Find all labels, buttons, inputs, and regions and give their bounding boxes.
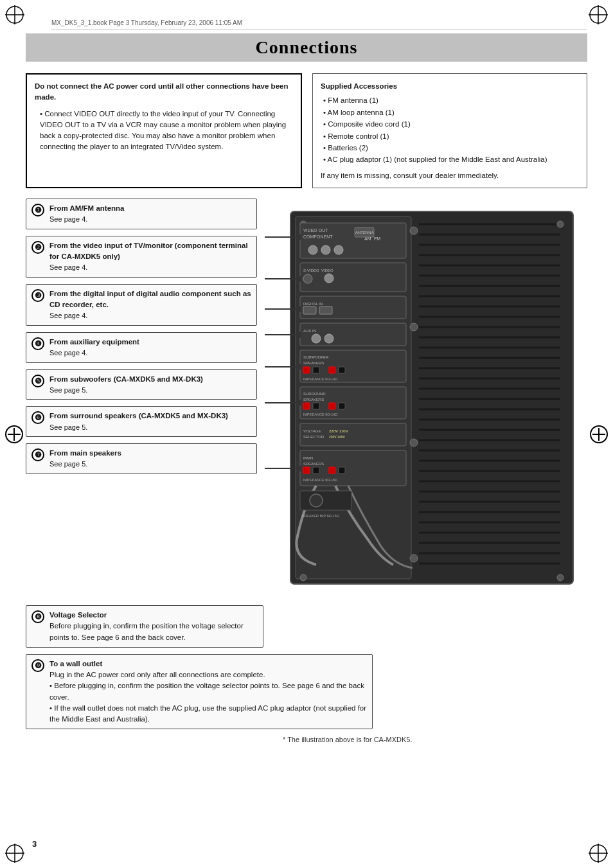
warning-bullet: • Connect VIDEO OUT directly to the vide… [40, 109, 293, 153]
svg-text:MAIN: MAIN [303, 456, 313, 460]
svg-rect-69 [303, 306, 316, 314]
svg-rect-88 [329, 403, 335, 409]
svg-point-122 [410, 323, 418, 331]
svg-point-74 [324, 334, 333, 343]
corner-mark-tr [589, 5, 608, 24]
connection-number-8: ❽ [31, 610, 44, 623]
bottom-items-section: ❽ Voltage Selector Before plugging in, c… [26, 605, 587, 729]
connection-text-3: From the digital input of digital audio … [49, 288, 251, 321]
connection-number-5: ❺ [31, 375, 44, 387]
connection-item-2: ❷ From the video input of TV/monitor (co… [26, 236, 257, 278]
svg-rect-80 [329, 367, 335, 373]
svg-text:VIDEO: VIDEO [321, 269, 333, 272]
svg-rect-87 [313, 403, 319, 409]
connection-text-9: To a wall outlet Plug in the AC power co… [49, 659, 367, 725]
svg-text:SPEAKER IMP 6Ω-16Ω: SPEAKER IMP 6Ω-16Ω [302, 514, 339, 518]
svg-point-49 [300, 574, 306, 581]
acc-item-1: • FM antenna (1) [323, 94, 579, 106]
connection-item-6: ❻ From surround speakers (CA-MXDK5 and M… [26, 406, 257, 437]
connection-number-6: ❻ [31, 411, 44, 424]
connection-number-2: ❷ [31, 241, 44, 254]
accessories-title: Supplied Accessories [321, 80, 579, 92]
svg-text:COMPONENT: COMPONENT [303, 235, 333, 239]
svg-rect-99 [303, 467, 310, 474]
svg-point-65 [324, 274, 333, 283]
corner-mark-tl [5, 5, 24, 24]
svg-point-50 [557, 221, 564, 227]
connection-item-4: ❹ From auxiliary equipment See page 4. [26, 332, 257, 363]
svg-text:DIGITAL IN: DIGITAL IN [303, 302, 323, 306]
connection-text-6: From surround speakers (CA-MXDK5 and MX-… [49, 411, 228, 432]
svg-point-105 [310, 494, 323, 507]
connection-item-9: ❾ To a wall outlet Plug in the AC power … [26, 654, 373, 730]
accessories-footer: If any item is missing, consult your dea… [321, 170, 579, 181]
svg-point-123 [410, 439, 418, 447]
page-title: Connections [26, 37, 587, 58]
svg-text:SELECTOR: SELECTOR [303, 435, 324, 439]
warning-bold-text: Do not connect the AC power cord until a… [35, 81, 293, 103]
warning-box: Do not connect the AC power cord until a… [26, 73, 302, 188]
svg-text:ANTENNA: ANTENNA [355, 231, 374, 235]
connection-text-4: From auxiliary equipment See page 4. [49, 337, 139, 359]
svg-rect-104 [300, 491, 351, 510]
svg-rect-62 [300, 263, 406, 292]
connection-item-3: ❸ From the digital input of digital audi… [26, 284, 257, 326]
svg-point-55 [308, 245, 317, 254]
left-labels: ❶ From AM/FM antenna See page 4. ❷ From … [26, 199, 263, 599]
acc-item-3: • Composite video cord (1) [323, 118, 579, 130]
svg-text:SUBWOOFER: SUBWOOFER [303, 355, 329, 359]
svg-rect-70 [319, 306, 332, 314]
svg-text:AM: AM [364, 236, 371, 241]
svg-text:AUX IN: AUX IN [303, 329, 316, 333]
svg-point-124 [410, 554, 418, 562]
connection-number-4: ❹ [31, 337, 44, 350]
page-number: 3 [32, 839, 37, 849]
mid-mark-left [5, 425, 23, 443]
body-section: ❶ From AM/FM antenna See page 4. ❷ From … [26, 199, 587, 599]
svg-text:SPEAKERS: SPEAKERS [303, 361, 324, 365]
svg-rect-100 [313, 467, 319, 474]
page-title-bar: Connections [26, 33, 587, 62]
svg-text:SURROUND: SURROUND [303, 392, 326, 396]
svg-text:VIDEO OUT: VIDEO OUT [303, 228, 328, 233]
connection-text-8: Voltage Selector Before plugging in, con… [49, 610, 258, 643]
svg-point-57 [334, 245, 343, 254]
svg-text:IMPEDANCE 6Ω-16Ω: IMPEDANCE 6Ω-16Ω [303, 377, 337, 381]
connection-item-8: ❽ Voltage Selector Before plugging in, c… [26, 605, 263, 648]
file-info: MX_DK5_3_1.book Page 3 Thursday, Februar… [51, 19, 587, 30]
page-container: MX_DK5_3_1.book Page 3 Thursday, Februar… [0, 0, 613, 868]
connection-number-3: ❸ [31, 289, 44, 302]
connection-item-7: ❼ From main speakers See page 5. [26, 443, 257, 474]
accessories-box: Supplied Accessories • FM antenna (1) • … [312, 73, 587, 188]
connection-text-5: From subwoofers (CA-MXDK5 and MX-DK3) Se… [49, 374, 203, 396]
svg-rect-64 [303, 274, 312, 283]
connection-item-1: ❶ From AM/FM antenna See page 4. [26, 199, 257, 229]
connection-item-5: ❺ From subwoofers (CA-MXDK5 and MX-DK3) … [26, 369, 257, 400]
svg-text:S-VIDEO: S-VIDEO [303, 269, 319, 272]
svg-rect-89 [339, 403, 345, 409]
mid-mark-right [590, 425, 608, 443]
svg-rect-86 [303, 403, 310, 409]
connection-text-2: From the video input of TV/monitor (comp… [49, 240, 251, 273]
svg-text:230V 240V: 230V 240V [329, 435, 345, 439]
svg-point-51 [557, 574, 564, 581]
acc-item-4: • Remote control (1) [323, 130, 579, 142]
acc-item-5: • Batteries (2) [323, 142, 579, 154]
connection-text-7: From main speakers See page 5. [49, 448, 121, 470]
svg-text:220V 110V: 220V 110V [329, 429, 348, 433]
svg-rect-102 [339, 467, 345, 474]
svg-text:SPEAKERS: SPEAKERS [303, 462, 324, 466]
svg-rect-78 [303, 367, 310, 373]
connection-number-1: ❶ [31, 204, 44, 217]
device-illustration: VIDEO OUT COMPONENT ANTENNA AM FM S-VIDE… [263, 199, 587, 597]
svg-point-73 [312, 334, 321, 343]
acc-item-2: • AM loop antenna (1) [323, 107, 579, 118]
svg-text:IMPEDANCE 6Ω-16Ω: IMPEDANCE 6Ω-16Ω [303, 412, 337, 416]
svg-text:IMPEDANCE 6Ω-16Ω: IMPEDANCE 6Ω-16Ω [303, 478, 337, 482]
svg-text:SPEAKERS: SPEAKERS [303, 398, 324, 402]
svg-point-56 [321, 245, 330, 254]
connection-number-7: ❼ [31, 448, 44, 461]
connection-text-1: From AM/FM antenna See page 4. [49, 203, 125, 225]
acc-item-6: • AC plug adaptor (1) (not supplied for … [323, 154, 579, 165]
top-info-section: Do not connect the AC power cord until a… [26, 73, 587, 188]
